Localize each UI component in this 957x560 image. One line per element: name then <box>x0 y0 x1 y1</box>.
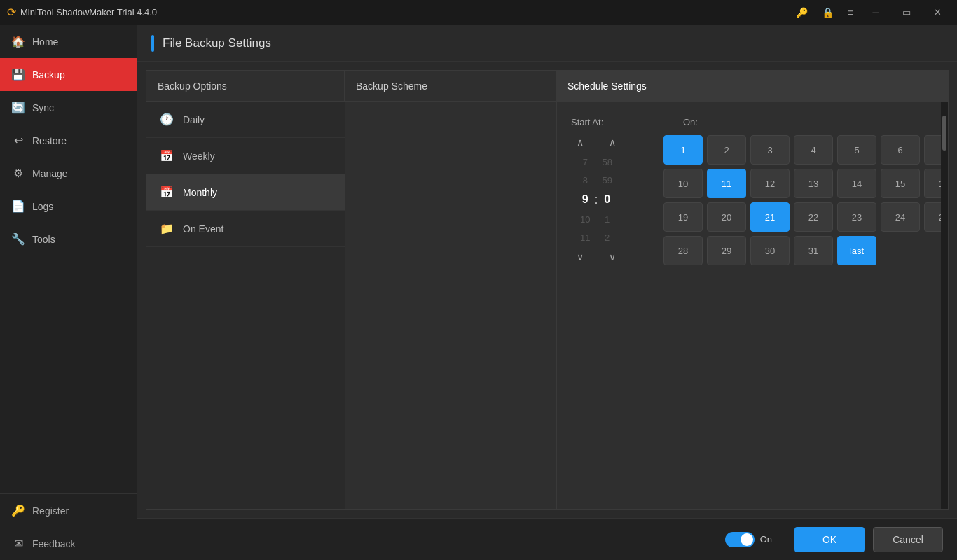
day-cell-15[interactable]: 15 <box>881 169 920 198</box>
hour-up-arrow[interactable]: ∧ <box>571 135 589 149</box>
menu-icon[interactable]: ≡ <box>844 4 858 21</box>
day-cell-21[interactable]: 21 <box>750 202 790 232</box>
scheme-panel <box>345 102 557 509</box>
sidebar-label-sync: Sync <box>32 102 54 113</box>
day-cell-14[interactable]: 14 <box>837 169 876 198</box>
hour-val-11: 11 <box>580 229 590 246</box>
tools-icon: 🔧 <box>11 232 25 246</box>
day-cell-5[interactable]: 5 <box>837 135 876 164</box>
minute-val-59: 59 <box>603 172 612 188</box>
sidebar-label-tools: Tools <box>32 234 55 245</box>
hour-val-10: 10 <box>580 211 590 227</box>
ok-button[interactable]: OK <box>794 527 865 552</box>
scrollbar[interactable] <box>941 102 948 509</box>
day-cell-11[interactable]: 11 <box>707 169 746 198</box>
sidebar-label-feedback: Feedback <box>32 538 75 550</box>
close-button[interactable]: ✕ <box>925 0 950 25</box>
on-label: On: <box>683 117 698 127</box>
hour-val-7: 7 <box>583 153 588 170</box>
day-cell-25[interactable]: 25 <box>924 202 941 232</box>
options-item-on-event[interactable]: 📁 On Event <box>146 211 345 247</box>
app-title: MiniTool ShadowMaker Trial 4.4.0 <box>20 7 157 18</box>
header-accent <box>151 35 154 52</box>
cancel-button[interactable]: Cancel <box>873 527 943 552</box>
sidebar-label-register: Register <box>32 505 69 517</box>
sidebar-item-manage[interactable]: ⚙ Manage <box>0 157 137 190</box>
daily-icon: 🕐 <box>159 113 174 126</box>
day-cell-16[interactable]: 16 <box>924 169 941 198</box>
options-item-weekly[interactable]: 📅 Weekly <box>146 138 345 174</box>
day-cell-31[interactable]: 31 <box>794 236 833 265</box>
scrollbar-thumb <box>942 115 946 150</box>
day-cell-24[interactable]: 24 <box>881 202 920 232</box>
key-icon[interactable]: 🔑 <box>792 4 812 21</box>
day-cell-6[interactable]: 6 <box>881 135 920 164</box>
day-cell-3[interactable]: 3 <box>750 135 790 164</box>
day-cell-last[interactable]: last <box>837 236 876 265</box>
sidebar-item-feedback[interactable]: ✉ Feedback <box>0 527 137 560</box>
register-icon: 🔑 <box>11 504 25 517</box>
day-cell-30[interactable]: 30 <box>750 236 790 265</box>
hours-column: 7 8 9 10 11 <box>580 153 590 246</box>
tab-schedule-settings[interactable]: Schedule Settings <box>556 70 949 101</box>
toggle-thumb <box>741 533 753 546</box>
lock-icon[interactable]: 🔒 <box>818 4 838 21</box>
sidebar-item-home[interactable]: 🏠 Home <box>0 25 137 58</box>
day-cell-19[interactable]: 19 <box>663 202 703 232</box>
day-cell-20[interactable]: 20 <box>707 202 746 232</box>
hour-val-8: 8 <box>583 172 588 188</box>
sidebar-label-home: Home <box>32 36 58 48</box>
sidebar: 🏠 Home 💾 Backup 🔄 Sync ↩ Restore ⚙ Manag… <box>0 25 137 560</box>
day-cell-22[interactable]: 22 <box>794 202 833 232</box>
weekly-icon: 📅 <box>159 149 174 162</box>
restore-button[interactable]: ▭ <box>894 0 919 25</box>
sidebar-item-restore[interactable]: ↩ Restore <box>0 124 137 157</box>
day-grid: 1 2 3 4 5 6 7 8 9 1 <box>663 135 941 265</box>
day-cell-23[interactable]: 23 <box>837 202 876 232</box>
minimize-button[interactable]: ─ <box>863 0 888 25</box>
options-label-daily: Daily <box>183 114 205 125</box>
options-label-monthly: Monthly <box>183 187 217 198</box>
feedback-icon: ✉ <box>11 537 25 550</box>
minute-up-arrow[interactable]: ∧ <box>603 135 621 149</box>
sidebar-label-backup: Backup <box>32 69 65 80</box>
titlebar: ⟳ MiniTool ShadowMaker Trial 4.4.0 🔑 🔒 ≡… <box>0 0 957 25</box>
time-colon: : <box>594 192 598 207</box>
day-cell-2[interactable]: 2 <box>707 135 746 164</box>
tab-backup-scheme[interactable]: Backup Scheme <box>345 70 556 101</box>
minutes-column: 58 59 0 1 2 <box>603 153 612 246</box>
app-logo: ⟳ MiniTool ShadowMaker Trial 4.4.0 <box>7 6 157 19</box>
day-cell-7[interactable]: 7 <box>924 135 941 164</box>
hour-val-9-current: 9 <box>582 190 588 209</box>
sidebar-item-logs[interactable]: 📄 Logs <box>0 190 137 223</box>
options-item-daily[interactable]: 🕐 Daily <box>146 102 345 138</box>
day-cell-12[interactable]: 12 <box>750 169 790 198</box>
backup-icon: 💾 <box>11 68 25 81</box>
day-cell-13[interactable]: 13 <box>794 169 833 198</box>
sidebar-label-manage: Manage <box>32 168 68 179</box>
options-label-weekly: Weekly <box>183 150 215 162</box>
sync-icon: 🔄 <box>11 101 25 114</box>
day-cell-29[interactable]: 29 <box>707 236 746 265</box>
page-header: File Backup Settings <box>137 25 957 62</box>
day-cell-10[interactable]: 10 <box>663 169 703 198</box>
sidebar-item-tools[interactable]: 🔧 Tools <box>0 223 137 255</box>
tab-backup-options[interactable]: Backup Options <box>146 70 345 101</box>
day-cell-1[interactable]: 1 <box>663 135 703 164</box>
options-panel: 🕐 Daily 📅 Weekly 📅 Monthly <box>146 102 345 509</box>
sidebar-item-backup[interactable]: 💾 Backup <box>0 58 137 91</box>
page-title: File Backup Settings <box>163 36 271 50</box>
on-off-toggle[interactable] <box>725 532 755 547</box>
minute-down-arrow[interactable]: ∨ <box>603 250 621 264</box>
minute-val-1: 1 <box>605 211 610 227</box>
app-body: 🏠 Home 💾 Backup 🔄 Sync ↩ Restore ⚙ Manag… <box>0 25 957 560</box>
sidebar-bottom: 🔑 Register ✉ Feedback <box>0 493 137 560</box>
options-item-monthly[interactable]: 📅 Monthly <box>146 174 345 211</box>
sidebar-item-register[interactable]: 🔑 Register <box>0 494 137 527</box>
day-cell-4[interactable]: 4 <box>794 135 833 164</box>
hour-down-arrow[interactable]: ∨ <box>571 250 589 264</box>
day-cell-28[interactable]: 28 <box>663 236 703 265</box>
sidebar-item-sync[interactable]: 🔄 Sync <box>0 91 137 124</box>
schedule-panel: Start At: On: ∧ <box>557 102 948 509</box>
sidebar-label-logs: Logs <box>32 201 53 212</box>
